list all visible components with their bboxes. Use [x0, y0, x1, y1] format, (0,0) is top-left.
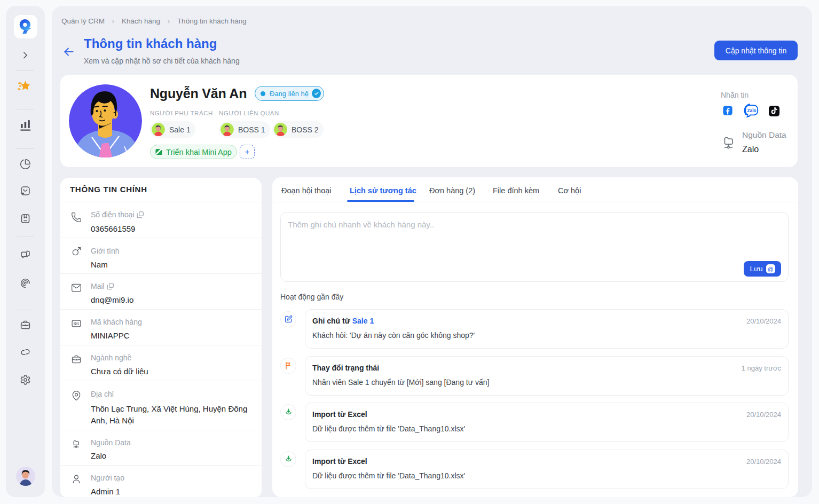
svg-text:Zalo: Zalo — [747, 108, 757, 113]
